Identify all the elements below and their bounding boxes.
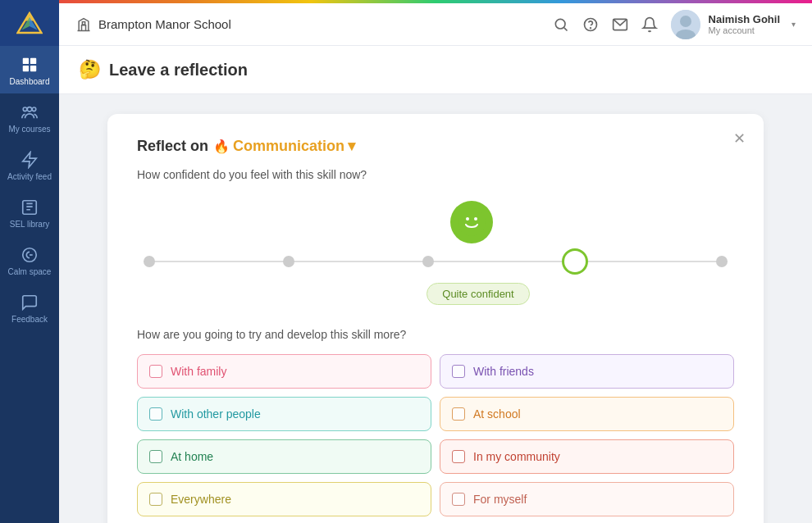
bell-icon[interactable] [641,16,658,33]
slider-dot-4[interactable] [562,248,588,275]
smiley-face [450,201,493,243]
avatar [671,10,700,39]
mail-icon[interactable] [612,16,628,33]
svg-point-8 [27,107,32,112]
sidebar-item-dashboard[interactable]: Dashboard [0,46,59,93]
flame-icon: 🔥 [213,139,230,154]
page-content: 🤔 Leave a reflection ✕ Reflect on 🔥 Comm… [59,46,812,523]
svg-point-21 [458,208,486,236]
checkbox-home[interactable] [149,450,162,463]
slider-dot-5[interactable] [716,256,728,267]
slider-label: Quite confident [427,283,529,305]
close-button[interactable]: ✕ [728,127,750,150]
sidebar-item-activity-feed[interactable]: Activity feed [0,141,59,189]
svg-rect-11 [23,201,37,215]
main-area: Brampton Manor School [59,0,812,523]
slider-dot-1[interactable] [144,256,155,267]
develop-question: How are you going to try and develop thi… [137,328,734,341]
checkbox-myself[interactable] [452,493,465,506]
checkbox-other-people[interactable] [149,407,162,421]
option-family[interactable]: With family [137,354,431,389]
page-title: Leave a reflection [109,61,248,80]
search-icon[interactable] [553,16,569,33]
svg-point-9 [23,107,27,111]
thinking-emoji: 🤔 [79,59,101,80]
option-grid: With family With friends With other peop… [137,354,734,516]
reflection-card: ✕ Reflect on 🔥 Communication ▾ How confi… [107,114,764,523]
skill-selector[interactable]: 🔥 Communication ▾ [213,137,355,155]
page-header: 🤔 Leave a reflection [59,46,812,94]
app-header: Brampton Manor School [59,3,812,46]
checkbox-family[interactable] [149,365,162,378]
sidebar-item-feedback[interactable]: Feedback [0,284,59,331]
svg-rect-5 [30,58,36,64]
checkbox-friends[interactable] [452,365,465,378]
dropdown-icon: ▾ [348,137,355,155]
school-name: Brampton Manor School [98,17,231,31]
option-myself[interactable]: For myself [440,482,734,516]
slider-dot-3[interactable] [422,256,434,267]
svg-rect-7 [30,66,36,71]
reflect-on-heading: Reflect on 🔥 Communication ▾ [137,137,734,155]
checkbox-community[interactable] [452,450,465,463]
option-other-people[interactable]: With other people [137,397,431,431]
svg-point-23 [474,217,477,221]
svg-rect-4 [23,58,29,64]
svg-rect-6 [23,66,29,71]
header-icons [553,16,658,33]
sidebar-item-sel-library[interactable]: SEL library [0,189,59,236]
checkbox-school[interactable] [452,407,465,421]
user-sub: My account [709,25,780,35]
card-area: ✕ Reflect on 🔥 Communication ▾ How confi… [59,94,812,523]
option-home[interactable]: At home [137,439,431,474]
option-school[interactable]: At school [440,397,734,431]
slider-line [144,261,728,262]
checkbox-everywhere[interactable] [149,493,162,506]
chevron-down-icon: ▾ [791,20,796,29]
slider-dot-2[interactable] [283,256,294,267]
school-icon [75,16,92,33]
app-logo [0,0,59,46]
user-menu[interactable]: Naimish Gohil My account ▾ [671,10,796,39]
option-friends[interactable]: With friends [440,354,734,389]
sidebar-item-calm-space[interactable]: Calm space [0,236,59,284]
user-name: Naimish Gohil [709,13,780,25]
user-info: Naimish Gohil My account [709,13,780,35]
svg-point-22 [466,217,469,221]
svg-rect-13 [82,21,84,24]
option-community[interactable]: In my community [440,439,734,474]
option-everywhere[interactable]: Everywhere [137,482,431,516]
slider-track[interactable] [137,248,734,275]
sidebar-item-my-courses[interactable]: My courses [0,93,59,141]
help-icon[interactable] [582,16,599,33]
svg-point-10 [32,107,36,111]
school-name-area: Brampton Manor School [75,16,553,33]
confidence-question: How confident do you feel with this skil… [137,168,734,181]
svg-point-16 [590,27,591,28]
sidebar: Dashboard My courses Activity feed SEL l… [0,0,59,523]
svg-point-14 [555,19,565,29]
confidence-slider-area: Quite confident [137,201,734,305]
svg-point-19 [680,16,691,27]
